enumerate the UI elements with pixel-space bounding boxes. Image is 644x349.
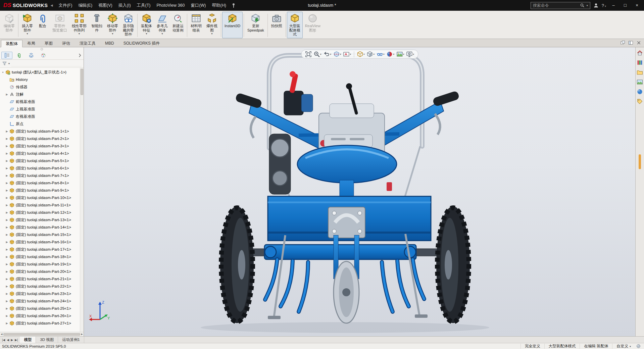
graphics-viewport[interactable]: ▾▾▾▾▾▾▾▾▾▾ Z X Y — [84, 47, 635, 336]
file-explorer-button[interactable] — [636, 68, 644, 76]
dropdown-caret-icon[interactable]: ▾ — [393, 53, 395, 56]
tree-item-history[interactable]: History — [1, 76, 80, 83]
model-tab-1[interactable]: 3D 视图 — [36, 337, 58, 343]
dropdown-caret-icon[interactable]: ▾ — [330, 53, 331, 56]
dropdown-caret-icon[interactable]: ▼ — [78, 33, 81, 35]
view-orientation-button[interactable]: ▾ — [356, 51, 365, 58]
dropdown-caret-icon[interactable]: ▾ — [413, 53, 414, 56]
ribbon-tab-6[interactable]: SOLIDWORKS 插件 — [119, 40, 165, 47]
menu-collapse-icon[interactable]: ◀ — [51, 4, 53, 7]
tree-vertical-scrollbar[interactable] — [80, 68, 84, 332]
model-tab-2[interactable]: 运动算例1 — [58, 337, 84, 343]
tree-item-part-16[interactable]: ▶(固定) tuolaji.sldasm-Part-16<1> — [1, 238, 80, 246]
ribbon-tab-4[interactable]: 渲染工具 — [75, 40, 100, 47]
tree-item-part-14[interactable]: ▶(固定) tuolaji.sldasm-Part-14<1> — [1, 223, 80, 231]
zoom-fit-button[interactable] — [304, 51, 312, 58]
tree-item-part-27[interactable]: ▶(固定) tuolaji.sldasm-Part-27<1> — [1, 319, 80, 327]
assembly-features-button[interactable]: 装配体特征▼ — [139, 12, 154, 38]
expand-arrow-icon[interactable]: ▶ — [5, 292, 9, 295]
show-hidden-components-button[interactable]: 显示隐藏的零部件 — [120, 12, 136, 38]
status-customize-button[interactable]: 自定义▾ — [612, 344, 635, 349]
tree-item-part-4[interactable]: ▶(固定) tuolaji.sldasm-Part-4<1> — [1, 150, 80, 157]
linear-pattern-button[interactable]: 线性零部件阵列▼ — [69, 12, 89, 38]
expand-arrow-icon[interactable]: ▶ — [5, 226, 9, 229]
tree-item-part-8[interactable]: ▶(固定) tuolaji.sldasm-Part-8<1> — [1, 179, 80, 187]
expand-arrow-icon[interactable]: ▶ — [5, 189, 9, 192]
tree-item-part-6[interactable]: ▶(固定) tuolaji.sldasm-Part-6<1> — [1, 164, 80, 172]
tree-item-part-25[interactable]: ▶(固定) tuolaji.sldasm-Part-25<1> — [1, 305, 80, 312]
tree-item-part-1[interactable]: ▶(固定) tuolaji.sldasm-Part-1<1> — [1, 128, 80, 135]
expand-arrow-icon[interactable]: ▶ — [5, 314, 9, 317]
expand-arrow-icon[interactable]: ▶ — [5, 255, 9, 258]
menubar-item-5[interactable]: PhotoView 360 — [154, 0, 188, 11]
tree-item-front-plane[interactable]: 前视基准面 — [1, 98, 80, 105]
propertymanager-tab[interactable] — [13, 52, 24, 59]
expand-arrow-icon[interactable]: ▶ — [5, 285, 9, 288]
tree-item-annotations[interactable]: ▶注解 — [1, 91, 80, 98]
expand-arrow-icon[interactable]: ▶ — [5, 182, 9, 185]
tree-item-part-3[interactable]: ▶(固定) tuolaji.sldasm-Part-3<1> — [1, 142, 80, 150]
ribbon-tab-5[interactable]: MBD — [100, 40, 119, 47]
bill-of-materials-button[interactable]: 材料明细表 — [188, 12, 204, 38]
tree-item-part-15[interactable]: ▶(固定) tuolaji.sldasm-Part-15<1> — [1, 231, 80, 238]
expand-arrow-icon[interactable]: ▶ — [5, 241, 9, 244]
expand-arrow-icon[interactable]: ▾ — [1, 71, 5, 74]
dropdown-caret-icon[interactable]: ▾ — [374, 53, 375, 56]
tree-item-part-11[interactable]: ▶(固定) tuolaji.sldasm-Part-11<1> — [1, 201, 80, 209]
mate-button[interactable]: 配合 — [35, 12, 50, 38]
expand-arrow-icon[interactable]: ▶ — [5, 159, 9, 162]
scrollbar-thumb[interactable] — [81, 69, 83, 95]
tree-item-part-12[interactable]: ▶(固定) tuolaji.sldasm-Part-12<1> — [1, 209, 80, 216]
expand-arrow-icon[interactable]: ▶ — [5, 204, 9, 207]
ribbon-tab-2[interactable]: 草图 — [40, 40, 57, 47]
displaymanager-tab[interactable] — [38, 52, 49, 59]
tractor-3d-model[interactable] — [84, 47, 635, 336]
menubar-item-4[interactable]: 工具(T) — [134, 0, 154, 11]
dropdown-caret-icon[interactable]: ▾ — [363, 53, 365, 56]
custom-properties-button[interactable] — [636, 98, 644, 105]
tree-item-sensors[interactable]: 传感器 — [1, 83, 80, 91]
last-tab-icon[interactable]: ▶| — [15, 338, 18, 342]
appearances-scenes-button[interactable] — [636, 88, 644, 95]
hide-show-items-button[interactable]: ▾ — [376, 51, 385, 58]
tree-item-part-2[interactable]: ▶(固定) tuolaji.sldasm-Part-2<1> — [1, 135, 80, 142]
dropdown-caret-icon[interactable]: ▾ — [383, 53, 385, 56]
update-speedpak-button[interactable]: 更新Speedpak — [245, 12, 266, 38]
collapse-pane-icon[interactable] — [628, 40, 633, 45]
help-button[interactable]: ?▾ — [602, 3, 606, 8]
expand-arrow-icon[interactable]: ▶ — [5, 174, 9, 177]
insert-component-button[interactable]: 插入零部件▼ — [19, 12, 35, 38]
tree-item-part-21[interactable]: ▶(固定) tuolaji.sldasm-Part-21<1> — [1, 275, 80, 283]
scroll-right-icon[interactable]: ▶ — [81, 333, 83, 336]
expand-arrow-icon[interactable]: ▶ — [5, 152, 9, 155]
dropdown-caret-icon[interactable]: ▾ — [340, 53, 341, 56]
previous-view-button[interactable]: ▾ — [323, 51, 332, 58]
tree-root-assembly[interactable]: ▾tuolaji (默认<默认_显示状态-1>) — [1, 68, 80, 76]
tree-horizontal-scrollbar[interactable]: ◀ ▶ — [0, 332, 84, 336]
menubar-item-3[interactable]: 插入(I) — [115, 0, 134, 11]
tree-item-part-7[interactable]: ▶(固定) tuolaji.sldasm-Part-7<1> — [1, 172, 80, 179]
menubar-item-1[interactable]: 编辑(E) — [75, 0, 95, 11]
dropdown-caret-icon[interactable]: ▾ — [350, 53, 351, 56]
exploded-view-button[interactable]: 爆炸视图▼ — [204, 12, 220, 38]
pin-menu-icon[interactable] — [231, 2, 237, 8]
new-motion-study-button[interactable]: 新建运动算例 — [170, 12, 186, 38]
expand-arrow-icon[interactable]: ▶ — [5, 322, 9, 325]
expand-arrow-icon[interactable]: ▶ — [5, 248, 9, 251]
expand-arrow-icon[interactable]: ▶ — [5, 263, 9, 266]
tree-item-part-24[interactable]: ▶(固定) tuolaji.sldasm-Part-24<1> — [1, 297, 80, 305]
solidworks-resources-button[interactable] — [636, 49, 644, 56]
tree-item-top-plane[interactable]: 上视基准面 — [1, 105, 80, 113]
dynamic-annotation-views-button[interactable]: ▾ — [342, 51, 352, 58]
dropdown-caret-icon[interactable]: ▼ — [145, 33, 148, 35]
move-component-button[interactable]: 移动零部件▼ — [105, 12, 120, 38]
tree-item-part-10[interactable]: ▶(固定) tuolaji.sldasm-Part-10<1> — [1, 194, 80, 201]
tree-item-part-13[interactable]: ▶(固定) tuolaji.sldasm-Part-13<1> — [1, 216, 80, 223]
dropdown-caret-icon[interactable]: ▼ — [111, 33, 114, 35]
expand-arrow-icon[interactable]: ▶ — [5, 137, 9, 140]
expand-arrow-icon[interactable]: ▶ — [5, 167, 9, 170]
design-library-button[interactable] — [636, 59, 644, 66]
user-account-icon[interactable] — [593, 3, 599, 8]
tree-item-part-19[interactable]: ▶(固定) tuolaji.sldasm-Part-19<1> — [1, 260, 80, 268]
menubar-item-7[interactable]: 帮助(H) — [209, 0, 229, 11]
